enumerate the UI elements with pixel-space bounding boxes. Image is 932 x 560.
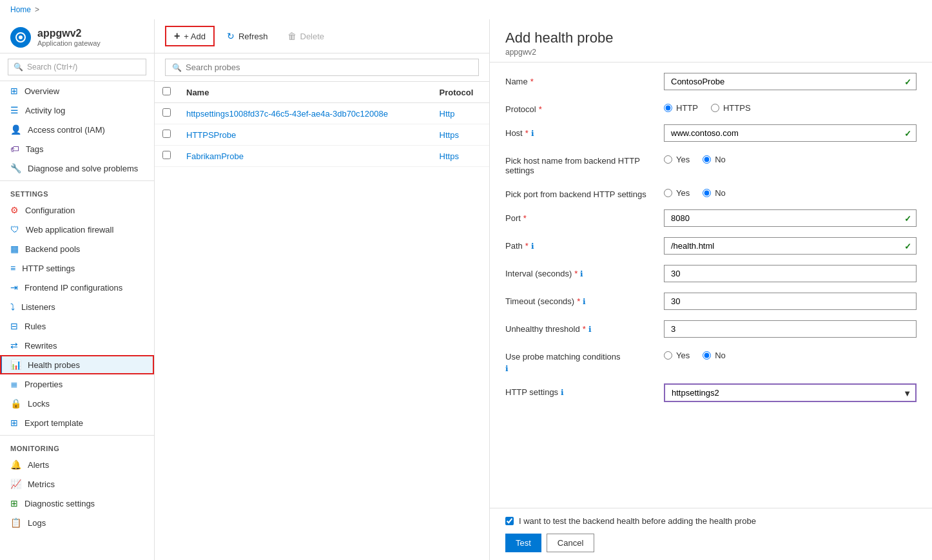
breadcrumb-home[interactable]: Home [10, 5, 31, 14]
nav-rewrites[interactable]: ⇄ Rewrites [0, 336, 154, 355]
unhealthy-info-icon[interactable]: ℹ [588, 325, 592, 334]
resource-name: appgwv2 [37, 28, 101, 39]
probe-name-2[interactable]: HTTPSProbe [186, 130, 236, 140]
pick-port-yes-radio[interactable] [664, 189, 672, 197]
protocol-radio-group: HTTP HTTPS [664, 101, 917, 113]
pick-host-no-option[interactable]: No [703, 155, 726, 164]
pick-port-yes-option[interactable]: Yes [664, 188, 690, 198]
nav-properties[interactable]: ≣ Properties [0, 374, 154, 394]
resource-icon [10, 27, 31, 48]
protocol-http-radio[interactable] [664, 104, 672, 112]
row-checkbox-3[interactable] [162, 151, 171, 159]
search-probes-icon: 🔍 [172, 63, 182, 72]
interval-input[interactable] [664, 265, 917, 282]
nav-rules[interactable]: ⊟ Rules [0, 316, 154, 336]
http-settings-info-icon[interactable]: ℹ [561, 388, 564, 397]
cancel-button[interactable]: Cancel [547, 534, 594, 552]
name-input[interactable] [664, 73, 917, 90]
nav-configuration[interactable]: ⚙ Configuration [0, 200, 154, 220]
port-check-icon: ✓ [904, 213, 911, 223]
protocol-control: HTTP HTTPS [664, 101, 917, 113]
protocol-https-radio[interactable] [711, 104, 719, 112]
path-input[interactable] [664, 237, 917, 255]
nav-backend-pools[interactable]: ▦ Backend pools [0, 239, 154, 258]
nav-http-settings[interactable]: ≡ HTTP settings [0, 258, 154, 278]
probe-matching-yes-option[interactable]: Yes [664, 351, 690, 360]
nav-metrics[interactable]: 📈 Metrics [0, 474, 154, 494]
search-icon: 🔍 [14, 63, 23, 72]
table-row: FabrikamProbe Https [155, 146, 489, 167]
nav-alerts[interactable]: 🔔 Alerts [0, 455, 154, 474]
test-backend-checkbox[interactable] [505, 517, 514, 525]
sidebar-search-box[interactable]: 🔍 Search (Ctrl+/) [8, 59, 146, 75]
sidebar-search-container: 🔍 Search (Ctrl+/) [0, 53, 154, 81]
timeout-info-icon[interactable]: ℹ [583, 297, 586, 306]
host-info-icon[interactable]: ℹ [531, 129, 534, 138]
pick-host-yes-option[interactable]: Yes [664, 155, 690, 164]
nav-overview[interactable]: ⊞ Overview [0, 81, 154, 101]
probe-protocol-1: Http [432, 103, 489, 124]
probe-name-3[interactable]: FabrikamProbe [186, 151, 244, 161]
protocol-http-option[interactable]: HTTP [664, 103, 698, 113]
select-all-checkbox[interactable] [162, 87, 171, 95]
path-info-icon[interactable]: ℹ [531, 242, 534, 251]
search-probes-input[interactable] [186, 63, 472, 72]
export-template-icon: ⊞ [10, 418, 18, 428]
pick-port-no-option[interactable]: No [703, 188, 726, 198]
interval-info-icon[interactable]: ℹ [580, 269, 583, 278]
nav-listeners[interactable]: ⤵ Listeners [0, 297, 154, 316]
test-backend-checkbox-label[interactable]: I want to test the backend health before… [505, 516, 756, 526]
metrics-icon: 📈 [10, 479, 21, 489]
nav-export-template[interactable]: ⊞ Export template [0, 413, 154, 432]
test-button[interactable]: Test [505, 534, 541, 552]
nav-diagnose[interactable]: 🔧 Diagnose and solve problems [0, 159, 154, 178]
row-checkbox-1[interactable] [162, 108, 171, 117]
http-settings-select[interactable]: httpsettings2 [664, 383, 917, 402]
nav-logs[interactable]: 📋 Logs [0, 513, 154, 532]
nav-tags[interactable]: 🏷 Tags [0, 139, 154, 159]
nav-activity-log[interactable]: ☰ Activity log [0, 101, 154, 120]
http-settings-label: HTTP settings ℹ [505, 383, 654, 397]
nav-diagnostic-settings[interactable]: ⊞ Diagnostic settings [0, 494, 154, 513]
port-input[interactable] [664, 209, 917, 227]
probe-matching-no-option[interactable]: No [703, 351, 726, 360]
probe-matching-yes-label: Yes [676, 351, 690, 360]
probe-matching-no-radio[interactable] [703, 351, 711, 360]
form-panel: Add health probe appgwv2 Name * ✓ [490, 19, 932, 560]
activity-log-icon: ☰ [10, 105, 19, 115]
health-probes-icon: 📊 [10, 360, 21, 370]
pick-host-yes-radio[interactable] [664, 155, 672, 164]
host-input[interactable] [664, 124, 917, 142]
form-row-host: Host * ℹ ✓ [505, 124, 917, 142]
pick-port-no-radio[interactable] [703, 189, 711, 197]
refresh-button[interactable]: ↻ Refresh [220, 27, 275, 45]
probe-protocol-3: Https [432, 146, 489, 167]
form-subtitle: appgwv2 [505, 48, 917, 57]
timeout-input[interactable] [664, 293, 917, 310]
row-checkbox-2[interactable] [162, 130, 171, 138]
table-row: httpsettings1008fd37c-46c5-43ef-ae4a-3db… [155, 103, 489, 124]
select-all-header [155, 82, 179, 103]
nav-health-probes[interactable]: 📊 Health probes [0, 355, 154, 374]
nav-frontend-ip[interactable]: ⇥ Frontend IP configurations [0, 278, 154, 297]
nav-logs-label: Logs [28, 518, 46, 528]
probe-matching-info-icon[interactable]: ℹ [505, 364, 509, 373]
protocol-https-option[interactable]: HTTPS [711, 103, 751, 113]
pick-host-no-radio[interactable] [703, 155, 711, 164]
unhealthy-control [664, 320, 917, 338]
probe-name-1[interactable]: httpsettings1008fd37c-46c5-43ef-ae4a-3db… [186, 109, 388, 119]
search-placeholder[interactable]: Search (Ctrl+/) [27, 63, 77, 72]
nav-access-control-label: Access control (IAM) [28, 125, 105, 135]
pick-port-radio-group: Yes No [664, 186, 917, 198]
nav-locks[interactable]: 🔒 Locks [0, 394, 154, 413]
pick-host-label: Pick host name from backend HTTP setting… [505, 152, 654, 175]
name-check-icon: ✓ [904, 77, 911, 86]
nav-access-control[interactable]: 👤 Access control (IAM) [0, 120, 154, 139]
form-header: Add health probe appgwv2 [490, 19, 932, 63]
probe-matching-yes-radio[interactable] [664, 351, 672, 360]
delete-button[interactable]: 🗑 Delete [280, 27, 332, 45]
host-control: ✓ [664, 124, 917, 142]
add-button[interactable]: + + Add [165, 26, 215, 46]
unhealthy-input[interactable] [664, 320, 917, 338]
nav-waf[interactable]: 🛡 Web application firewall [0, 220, 154, 239]
